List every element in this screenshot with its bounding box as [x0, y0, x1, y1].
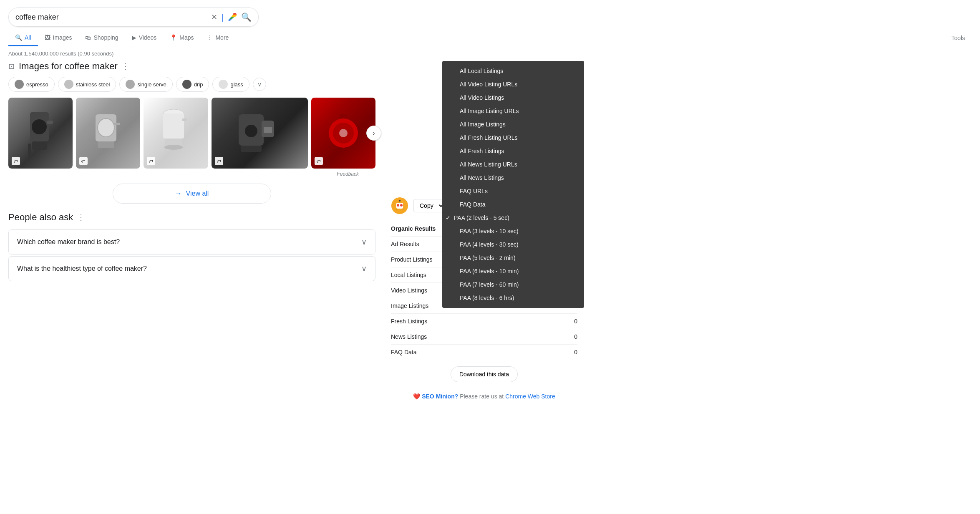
image-listings-label: Image Listings	[391, 302, 428, 309]
svg-point-7	[98, 118, 114, 137]
tab-tools[interactable]: Tools	[945, 30, 972, 45]
image-card-3[interactable]: 🏷	[144, 98, 208, 169]
view-all-button[interactable]: → View all	[113, 184, 271, 204]
seo-minion-label: SEO Minion?	[422, 393, 458, 400]
dropdown-label-paa-5: PAA (5 levels - 2 min)	[460, 254, 516, 261]
metrics-row-faq: FAQ Data 0	[391, 345, 577, 360]
dropdown-item-all-video[interactable]: All Video Listings	[442, 91, 584, 104]
image-card-5[interactable]: 🏷	[311, 98, 375, 169]
svg-rect-13	[182, 118, 187, 121]
dropdown-item-paa-8[interactable]: PAA (8 levels - 6 hrs)	[442, 291, 584, 305]
clear-icon[interactable]: ✕	[211, 13, 217, 22]
mic-icon[interactable]: 🎤	[228, 13, 237, 22]
chips-expand-btn[interactable]: ∨	[253, 78, 266, 91]
chip-drip[interactable]: drip	[176, 77, 209, 92]
dropdown-item-all-news[interactable]: All News Listings	[442, 171, 584, 184]
dropdown-item-all-fresh[interactable]: All Fresh Listings	[442, 144, 584, 158]
tab-images-label: Images	[53, 34, 72, 41]
dropdown-menu: All Local Listings All Video Listing URL…	[442, 61, 584, 308]
paa-section: People also ask ⋮ Which coffee maker bra…	[8, 212, 375, 281]
chip-glass[interactable]: glass	[212, 77, 249, 92]
paa-chevron-1: ∨	[361, 237, 367, 247]
chip-espresso[interactable]: espresso	[8, 77, 55, 92]
organic-results-label: Organic Results	[391, 225, 436, 232]
chip-glass-label: glass	[230, 81, 243, 88]
svg-point-17	[245, 125, 257, 137]
svg-rect-30	[401, 209, 404, 210]
dropdown-item-all-image[interactable]: All Image Listings	[442, 118, 584, 131]
svg-rect-8	[114, 123, 120, 125]
chip-stainless[interactable]: stainless steel	[58, 77, 116, 92]
image-card-4[interactable]: 🏷	[212, 98, 308, 169]
images-section-title: Images for coffee maker	[19, 61, 118, 72]
tab-shopping[interactable]: 🛍 Shopping	[78, 30, 125, 46]
more-dots-icon: ⋮	[207, 34, 213, 41]
dropdown-item-paa-7[interactable]: PAA (7 levels - 60 min)	[442, 278, 584, 291]
search-bar: ✕ | 🎤 🔍	[8, 8, 259, 27]
dropdown-item-paa-4[interactable]: PAA (4 levels - 30 sec)	[442, 238, 584, 251]
dropdown-item-faq-urls[interactable]: FAQ URLs	[442, 184, 584, 198]
image-card-2[interactable]: 🏷	[76, 98, 140, 169]
arrow-right-icon: ›	[373, 130, 375, 136]
image-card-1[interactable]: 🏷	[8, 98, 73, 169]
tab-videos[interactable]: ▶ Videos	[125, 30, 164, 46]
metrics-row-news: News Listings 0	[391, 329, 577, 345]
dropdown-label-paa-2: PAA (2 levels - 5 sec)	[454, 214, 509, 221]
dropdown-item-all-news-urls[interactable]: All News Listing URLs	[442, 158, 584, 171]
svg-rect-29	[396, 209, 398, 210]
tab-maps[interactable]: 📍 Maps	[163, 30, 200, 46]
download-button[interactable]: Download this data	[451, 366, 518, 382]
search-icon[interactable]: 🔍	[241, 12, 252, 22]
dropdown-label-paa-8: PAA (8 levels - 6 hrs)	[460, 295, 514, 301]
video-listings-label: Video Listings	[391, 287, 427, 294]
metrics-row-fresh: Fresh Listings 0	[391, 314, 577, 329]
local-listings-label: Local Listings	[391, 272, 426, 278]
chip-single-serve[interactable]: single serve	[119, 77, 172, 92]
paa-title: People also ask	[8, 212, 73, 223]
copy-select[interactable]: Copy	[413, 199, 445, 212]
svg-point-28	[399, 200, 401, 202]
tab-all[interactable]: 🔍 All	[8, 30, 38, 46]
feedback-text: Feedback	[8, 171, 375, 177]
seo-minion-robot-icon	[391, 197, 408, 214]
dropdown-item-paa-2[interactable]: ✓ PAA (2 levels - 5 sec)	[442, 211, 584, 224]
dropdown-item-paa-3[interactable]: PAA (3 levels - 10 sec)	[442, 224, 584, 238]
tab-images[interactable]: 🖼 Images	[38, 30, 79, 46]
dropdown-item-all-fresh-urls[interactable]: All Fresh Listing URLs	[442, 131, 584, 144]
dropdown-item-paa-6[interactable]: PAA (6 levels - 10 min)	[442, 265, 584, 278]
paa-item-1[interactable]: Which coffee maker brand is best? ∨	[8, 229, 375, 254]
svg-point-26	[400, 204, 403, 207]
image-next-btn[interactable]: ›	[366, 126, 381, 141]
filter-chips: espresso stainless steel single serve dr…	[8, 77, 375, 92]
dropdown-label-all-video: All Video Listings	[460, 94, 504, 101]
fresh-listings-label: Fresh Listings	[391, 318, 427, 325]
paa-item-2[interactable]: What is the healthiest type of coffee ma…	[8, 256, 375, 281]
dropdown-item-faq-data[interactable]: FAQ Data	[442, 198, 584, 211]
image-tag-1: 🏷	[12, 157, 20, 165]
chip-espresso-img	[15, 80, 24, 89]
chip-stainless-img	[64, 80, 73, 89]
results-count: About 1,540,000,000 results (0.90 second…	[0, 46, 980, 61]
svg-rect-4	[28, 144, 31, 156]
images-more-icon[interactable]: ⋮	[122, 62, 129, 71]
paa-more-icon[interactable]: ⋮	[77, 213, 85, 222]
dropdown-item-all-image-urls[interactable]: All Image Listing URLs	[442, 104, 584, 118]
dropdown-item-all-local[interactable]: All Local Listings	[442, 64, 584, 78]
tab-maps-label: Maps	[179, 34, 194, 41]
dropdown-item-all-video-urls[interactable]: All Video Listing URLs	[442, 78, 584, 91]
chip-drip-label: drip	[194, 81, 203, 88]
tab-more-label: More	[215, 34, 229, 41]
tab-more[interactable]: ⋮ More	[200, 30, 235, 46]
dropdown-label-paa-3: PAA (3 levels - 10 sec)	[460, 228, 519, 234]
chip-espresso-label: espresso	[26, 81, 48, 88]
image-tag-2: 🏷	[79, 157, 88, 165]
video-icon: ▶	[132, 34, 136, 41]
chrome-store-link[interactable]: Chrome Web Store	[505, 393, 555, 400]
chip-single-label: single serve	[137, 81, 166, 88]
divider-icon: |	[222, 13, 224, 22]
dropdown-label-all-fresh-urls: All Fresh Listing URLs	[460, 134, 518, 141]
shopping-icon: 🛍	[85, 34, 91, 41]
dropdown-item-paa-5[interactable]: PAA (5 levels - 2 min)	[442, 251, 584, 265]
search-input[interactable]	[15, 13, 211, 22]
dropdown-label-paa-7: PAA (7 levels - 60 min)	[460, 281, 519, 288]
